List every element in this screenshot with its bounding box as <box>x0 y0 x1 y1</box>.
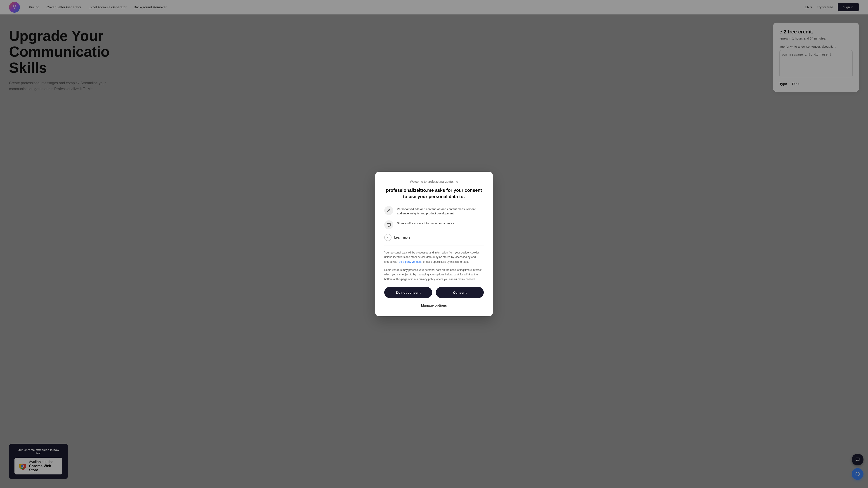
learn-more-row: ▾ Learn more <box>384 234 484 241</box>
do-not-consent-button[interactable]: Do not consent <box>384 287 432 298</box>
modal-overlay: Welcome to professionalizeitto.me profes… <box>0 0 868 488</box>
modal-welcome: Welcome to professionalizeitto.me <box>384 180 484 184</box>
svg-point-7 <box>388 209 390 210</box>
learn-more-toggle[interactable]: ▾ <box>384 234 392 241</box>
consent-modal: Welcome to professionalizeitto.me profes… <box>375 172 493 316</box>
divider <box>384 246 484 246</box>
consent-text-2: Store and/or access information on a dev… <box>397 220 454 226</box>
privacy-text-2: Some vendors may process your personal d… <box>384 268 484 282</box>
device-icon <box>384 220 393 229</box>
third-party-vendors-link[interactable]: third-party vendors <box>399 260 422 263</box>
consent-item-2: Store and/or access information on a dev… <box>384 220 484 229</box>
svg-rect-8 <box>387 223 391 226</box>
person-icon <box>384 206 393 215</box>
consent-text-1: Personalised ads and content, ad and con… <box>397 206 484 216</box>
privacy-text-1: Your personal data will be processed and… <box>384 250 484 264</box>
chevron-down-icon: ▾ <box>387 236 389 239</box>
consent-item-1: Personalised ads and content, ad and con… <box>384 206 484 216</box>
modal-title: professionalizeitto.me asks for your con… <box>384 187 484 200</box>
manage-options-button[interactable]: Manage options <box>384 302 484 309</box>
learn-more-label: Learn more <box>394 236 410 239</box>
modal-buttons: Do not consent Consent <box>384 287 484 298</box>
consent-button[interactable]: Consent <box>436 287 484 298</box>
